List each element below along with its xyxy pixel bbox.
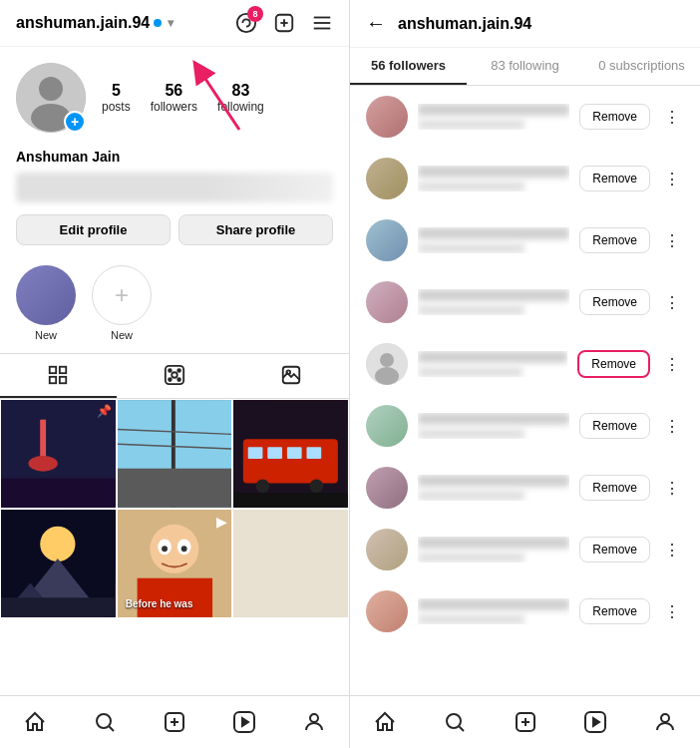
svg-rect-26 [1, 479, 116, 508]
more-icon-6[interactable]: ⋮ [660, 475, 684, 502]
svg-rect-11 [50, 367, 56, 373]
right-nav-search[interactable] [420, 704, 490, 740]
menu-icon[interactable] [311, 12, 333, 34]
svg-point-51 [180, 546, 186, 552]
reels-play-badge: ▶ [216, 514, 227, 530]
video-caption: Before he was [126, 598, 193, 609]
remove-button-8[interactable]: Remove [579, 598, 650, 624]
svg-point-62 [380, 353, 394, 367]
story-add-button[interactable]: + [92, 265, 152, 325]
follower-avatar-5 [366, 405, 408, 447]
followers-tabs: 56 followers 83 following 0 subscription… [350, 48, 700, 86]
notification-badge: 8 [247, 6, 263, 22]
tab-grid[interactable] [0, 354, 117, 398]
follower-name-blur-2 [418, 227, 569, 239]
follower-row-4: Remove ⋮ [350, 333, 700, 395]
more-icon-5[interactable]: ⋮ [660, 413, 684, 440]
more-icon-7[interactable]: ⋮ [660, 537, 684, 563]
grid-cell-2[interactable] [232, 399, 349, 509]
right-nav-home[interactable] [350, 704, 420, 740]
dropdown-arrow[interactable]: ▾ [168, 16, 174, 30]
more-icon-3[interactable]: ⋮ [660, 289, 684, 316]
more-icon-2[interactable]: ⋮ [660, 227, 684, 254]
nav-add[interactable] [140, 704, 209, 740]
follower-avatar-8 [366, 590, 408, 632]
follower-sub-blur-4 [418, 367, 523, 377]
follower-row-5: Remove ⋮ [350, 395, 700, 457]
right-header: ← anshuman.jain.94 [350, 0, 700, 48]
remove-button-1[interactable]: Remove [579, 166, 650, 191]
follower-sub-blur-5 [418, 429, 525, 439]
grid-cell-1[interactable] [117, 399, 233, 509]
grid-cell-0[interactable]: 📌 [0, 399, 117, 509]
svg-rect-33 [243, 439, 338, 483]
more-icon-0[interactable]: ⋮ [660, 104, 684, 131]
follower-avatar-6 [366, 467, 408, 509]
following-label: following [217, 100, 264, 114]
follower-avatar-2 [366, 219, 408, 261]
threads-icon[interactable]: 8 [235, 12, 257, 34]
nav-home[interactable] [0, 704, 70, 740]
svg-rect-13 [50, 377, 56, 383]
pinned-badge: 📌 [97, 404, 112, 418]
nav-profile[interactable] [279, 704, 349, 740]
story-thumbnail-0[interactable] [16, 265, 76, 325]
avatar-container: + [16, 63, 86, 133]
svg-rect-14 [60, 377, 66, 383]
follower-sub-blur-1 [418, 182, 525, 191]
remove-button-6[interactable]: Remove [579, 475, 650, 501]
follower-info-3 [418, 289, 569, 315]
follower-info-2 [418, 227, 569, 253]
right-nav-profile[interactable] [630, 704, 700, 740]
remove-button-3[interactable]: Remove [579, 289, 650, 315]
followers-stat[interactable]: 56 followers [151, 82, 197, 114]
following-count: 83 [232, 82, 250, 100]
right-bottom-nav [350, 695, 700, 748]
remove-button-4-highlighted[interactable]: Remove [577, 350, 650, 378]
right-panel: ← anshuman.jain.94 56 followers 83 follo… [350, 0, 700, 748]
follower-name-blur-5 [418, 413, 569, 425]
right-nav-reels[interactable] [560, 704, 630, 740]
tab-following[interactable]: 83 following [467, 48, 583, 85]
svg-rect-45 [1, 597, 116, 617]
following-stat[interactable]: 83 following [217, 82, 264, 114]
follower-info-8 [418, 598, 569, 624]
share-profile-button[interactable]: Share profile [178, 214, 333, 245]
follower-row-2: Remove ⋮ [350, 209, 700, 271]
remove-button-5[interactable]: Remove [579, 413, 650, 439]
svg-point-8 [39, 77, 63, 101]
add-icon[interactable] [273, 12, 295, 34]
svg-point-39 [310, 479, 324, 493]
remove-button-0[interactable]: Remove [579, 104, 650, 130]
content-tabs [0, 353, 349, 399]
follower-avatar-1 [366, 158, 408, 199]
edit-profile-button[interactable]: Edit profile [16, 214, 171, 245]
tab-reels[interactable] [117, 354, 233, 398]
posts-stat: 5 posts [102, 82, 131, 114]
add-avatar-button[interactable]: + [64, 111, 86, 133]
back-button[interactable]: ← [366, 12, 386, 35]
nav-reels[interactable] [209, 704, 279, 740]
grid-cell-4[interactable]: Before he was ▶ [117, 509, 233, 618]
more-icon-8[interactable]: ⋮ [660, 598, 684, 625]
follower-name-blur-3 [418, 289, 569, 301]
follower-info-0 [418, 104, 569, 130]
grid-cell-3[interactable] [0, 509, 117, 618]
remove-button-7[interactable]: Remove [579, 537, 650, 562]
svg-rect-31 [118, 469, 232, 508]
tab-tagged[interactable] [232, 354, 349, 398]
tab-subscriptions[interactable]: 0 subscriptions [583, 48, 700, 85]
right-nav-add[interactable] [490, 704, 559, 740]
nav-search[interactable] [70, 704, 140, 740]
more-icon-1[interactable]: ⋮ [660, 166, 684, 192]
stories-section: New + New [0, 257, 349, 353]
followers-label: followers [151, 100, 197, 114]
follower-avatar-4 [366, 343, 408, 385]
remove-button-2[interactable]: Remove [579, 227, 650, 253]
more-icon-4[interactable]: ⋮ [660, 351, 684, 378]
svg-point-42 [40, 527, 75, 561]
tab-followers[interactable]: 56 followers [350, 48, 467, 85]
stats-container: 5 posts 56 followers 83 following [102, 82, 333, 114]
follower-name-blur-4 [418, 351, 567, 363]
svg-marker-70 [593, 718, 599, 726]
